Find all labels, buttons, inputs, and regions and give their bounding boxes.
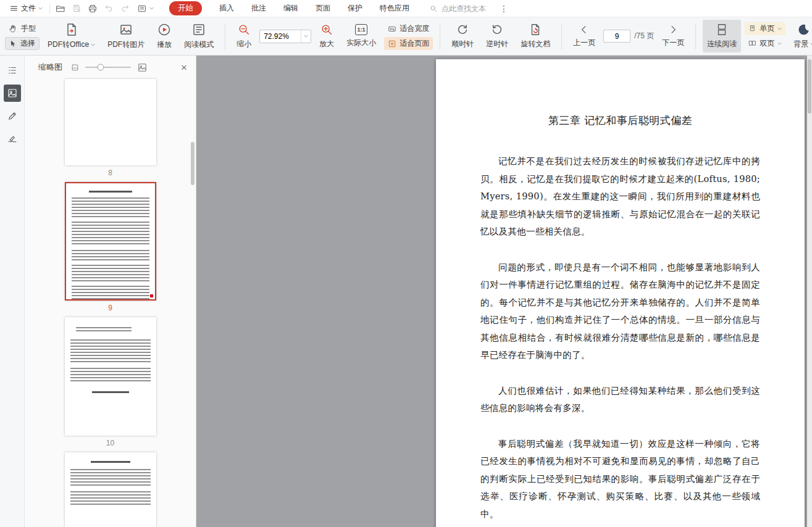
file-menu-label: 文件 [21,3,36,14]
rotate-document-label: 旋转文档 [521,39,550,49]
chevron-right-icon [668,24,679,35]
slider-knob[interactable] [98,64,104,71]
fit-width-icon [388,25,396,33]
zoom-dropdown-button[interactable] [301,30,311,43]
hand-tool-label: 手型 [21,23,36,34]
background-button[interactable]: 背景 [789,20,812,52]
open-file-button[interactable] [52,1,69,16]
actual-size-button[interactable]: 1:1 实际大小 [342,21,380,51]
find-text-box[interactable] [429,4,495,13]
chevron-down-icon [777,42,782,45]
pdf-page[interactable]: 第三章 记忆和事后聪明式偏差 记忆并不是在我们过去经历发生的时候被我们存进记忆库… [436,59,805,527]
pdf-to-image-icon [119,22,133,37]
tab-start[interactable]: 开始 [169,1,202,15]
thumbnail-scrollbar[interactable] [191,142,195,185]
slider-track [85,67,131,68]
outline-panel-button[interactable] [4,62,21,79]
pdf-to-office-button[interactable]: PDF转Office [43,19,99,53]
tab-special-apps[interactable]: 特色应用 [371,3,418,14]
fit-page-icon [388,39,396,48]
thumbnail-page-9[interactable] [65,182,156,301]
tab-insert[interactable]: 插入 [211,3,243,14]
print-button[interactable] [85,1,101,16]
page-number-group: /75 页 [603,30,654,43]
cursor-icon [9,39,17,48]
thumb-text-block [76,327,132,332]
chevron-down-icon [91,43,95,46]
thumb-text-block [70,339,151,363]
thumb-title-line [92,391,129,393]
thumbnail-panel-title: 缩略图 [38,62,62,73]
thumb-text-block [72,286,149,301]
hamburger-icon [9,4,19,13]
select-tool-button[interactable]: 选择 [5,37,40,50]
tab-page[interactable]: 页面 [307,3,339,14]
navigation-icon-strip [0,56,25,527]
page-number-input[interactable] [603,30,630,43]
small-thumbnail-icon[interactable] [71,64,79,72]
outline-icon [7,65,18,76]
main-menu-button[interactable]: 文件 [5,0,47,17]
document-viewer[interactable]: 第三章 记忆和事后聪明式偏差 记忆并不是在我们过去经历发生的时候被我们存进记忆库… [196,56,812,527]
annotation-panel-button[interactable] [4,107,21,125]
fit-width-button[interactable]: 适合宽度 [384,22,433,35]
rotate-clockwise-button[interactable]: 顺时针 [447,20,478,52]
redo-button[interactable] [117,1,133,16]
thumb-text-block [72,265,149,282]
rotate-clockwise-label: 顺时针 [451,39,474,49]
thumbnail-panel-button[interactable] [4,85,21,102]
zoom-level-input[interactable] [260,32,301,41]
thumbnail-page-10[interactable] [65,317,156,436]
search-icon [429,4,438,13]
thumbnail-page-8[interactable] [65,79,156,165]
thumb-text-block [72,250,149,261]
divider [225,23,225,49]
thumbnail-label-8: 8 [108,168,112,177]
signature-panel-button[interactable] [4,130,21,147]
large-thumbnail-icon[interactable] [137,62,148,73]
next-page-label: 下一页 [662,38,684,48]
rotate-document-button[interactable]: 旋转文档 [516,20,555,52]
pen-icon [7,110,18,122]
close-panel-button[interactable]: × [181,62,187,73]
double-page-button[interactable]: 双页 [745,37,785,50]
viewer-scrollbar-thumb[interactable] [808,59,811,114]
single-page-button[interactable]: 单页 [745,22,785,35]
save-button[interactable] [69,1,85,16]
tab-protect[interactable]: 保护 [339,3,371,14]
previous-page-button[interactable]: 上一页 [569,21,600,51]
rotate-counterclockwise-button[interactable]: 逆时针 [482,20,513,52]
thumbnail-panel-header: 缩略图 × [25,56,196,79]
next-page-button[interactable]: 下一页 [658,21,689,51]
viewer-scrollbar[interactable] [807,56,812,527]
undo-button[interactable] [101,1,117,16]
play-button[interactable]: 播放 [153,19,176,53]
tab-annotate[interactable]: 批注 [243,3,275,14]
rotate-counterclockwise-icon [490,23,504,36]
single-page-label: 单页 [760,23,774,34]
double-page-label: 双页 [760,38,774,49]
zoom-out-label: 缩小 [236,39,251,49]
thumbnail-size-slider[interactable] [85,67,131,68]
zoom-in-button[interactable]: 放大 [315,20,338,52]
pdf-to-office-icon [64,22,79,37]
pdf-to-image-button[interactable]: PDF转图片 [103,19,149,53]
hand-icon [9,24,18,33]
one-to-one-icon: 1:1 [355,24,367,35]
continuous-reading-button[interactable]: 连续阅读 [703,20,741,52]
previous-page-label: 上一页 [573,38,595,48]
single-page-icon [748,25,756,33]
tab-edit[interactable]: 编辑 [275,3,307,14]
zoom-out-button[interactable]: 缩小 [232,20,256,52]
hand-tool-button[interactable]: 手型 [5,22,40,35]
fit-width-label: 适合宽度 [400,23,429,34]
total-pages-label: /75 页 [634,31,654,41]
reading-mode-button[interactable]: 阅读模式 [180,19,218,53]
more-options-button[interactable]: ⋮ [495,4,514,14]
thumbnail-page-11[interactable] [65,452,156,527]
zoom-level-combo[interactable] [259,30,311,43]
play-label: 播放 [157,39,172,50]
view-mode-button[interactable] [133,0,158,17]
fit-page-button[interactable]: 适合页面 [384,37,433,50]
find-text-input[interactable] [442,4,495,13]
